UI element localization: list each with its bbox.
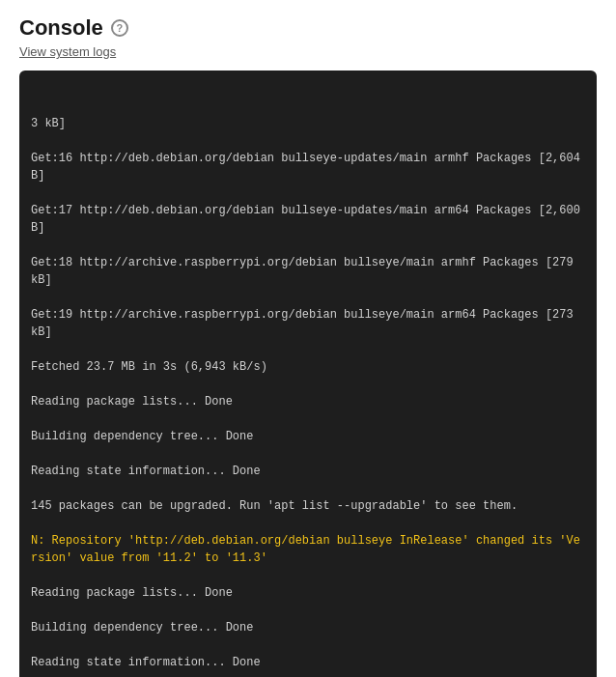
console-line: 3 kB] (31, 115, 585, 132)
console-line: Reading state information... Done (31, 654, 585, 671)
console-line: Building dependency tree... Done (31, 619, 585, 636)
console-line: Get:17 http://deb.debian.org/debian bull… (31, 202, 585, 237)
header: Console ? (19, 15, 597, 41)
console-line: N: Repository 'http://deb.debian.org/deb… (31, 532, 585, 567)
help-icon[interactable]: ? (111, 19, 128, 37)
console-line: Get:16 http://deb.debian.org/debian bull… (31, 150, 585, 184)
console-line: Get:19 http://archive.raspberrypi.org/de… (31, 306, 585, 341)
page-container: Console ? View system logs 3 kB] Get:16 … (0, 0, 616, 677)
console-line: Reading package lists... Done (31, 393, 585, 410)
subtitle-link[interactable]: View system logs (19, 44, 597, 59)
console-line: Fetched 23.7 MB in 3s (6,943 kB/s) (31, 358, 585, 376)
console-window: 3 kB] Get:16 http://deb.debian.org/debia… (19, 71, 597, 677)
console-line: Reading state information... Done (31, 463, 585, 480)
console-line: 145 packages can be upgraded. Run 'apt l… (31, 497, 585, 515)
page-title: Console (19, 15, 103, 41)
console-line: Reading package lists... Done (31, 584, 585, 602)
console-line: Building dependency tree... Done (31, 428, 585, 445)
console-line: Get:18 http://archive.raspberrypi.org/de… (31, 254, 585, 289)
